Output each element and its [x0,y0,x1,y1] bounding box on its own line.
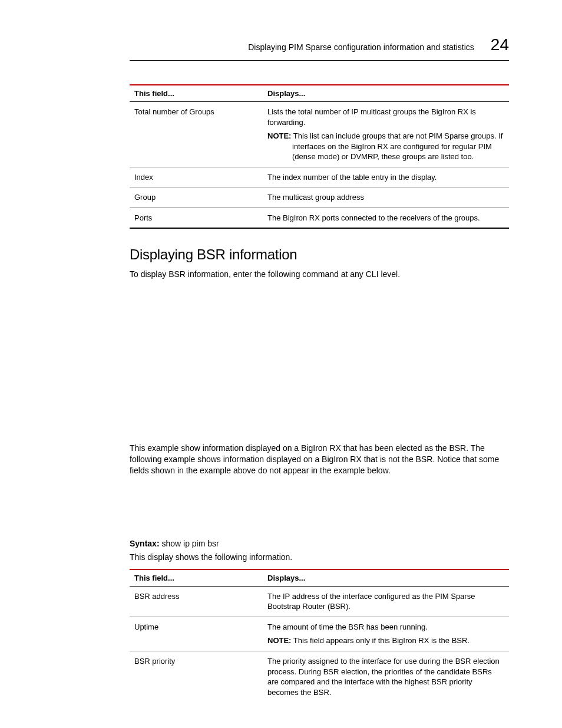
note-block: NOTE: This field appears only if this Bi… [267,635,504,646]
chapter-number: 24 [491,35,509,54]
desc-text: The amount of time the BSR has been runn… [267,622,428,631]
field-name: Uptime [130,617,263,651]
field-name: Index [130,167,263,187]
table2-head-col1: This field... [130,569,263,587]
syntax-command: show ip pim bsr [161,539,219,548]
section-heading: Displaying BSR information [130,246,509,263]
syntax-label: Syntax: [130,539,160,548]
syntax-line: Syntax: show ip pim bsr [130,539,509,548]
field-desc: The priority assigned to the interface f… [263,651,509,703]
note-text: This field appears only if this BigIron … [293,636,470,645]
table2-head-col2: Displays... [263,569,509,587]
field-desc: The amount of time the BSR has been runn… [263,617,509,651]
field-name: BSR address [130,586,263,617]
section-intro: To display BSR information, enter the fo… [130,269,509,280]
table-row: Total number of Groups Lists the total n… [130,102,509,167]
fields-table-1: This field... Displays... Total number o… [130,84,509,229]
example-placeholder-2 [130,482,509,535]
field-name: BSR priority [130,651,263,703]
section-midtext: This example show information displayed … [130,443,509,476]
table-row: Group The multicast group address [130,187,509,208]
page: Displaying PIM Sparse configuration info… [0,0,562,728]
field-name: Total number of Groups [130,102,263,167]
table-row: BSR priority The priority assigned to th… [130,651,509,703]
example-placeholder-1 [130,286,509,439]
fields-table-2: This field... Displays... BSR address Th… [130,569,509,702]
field-desc: The IP address of the interface configur… [263,586,509,617]
page-header: Displaying PIM Sparse configuration info… [130,35,509,54]
note-label: NOTE: [267,636,291,645]
note-text: This list can include groups that are no… [292,131,503,161]
table1-head-col2: Displays... [263,85,509,102]
post-syntax-text: This display shows the following informa… [130,552,509,563]
note-label: NOTE: [267,131,291,140]
table-row: BSR address The IP address of the interf… [130,586,509,617]
field-name: Ports [130,207,263,228]
table1-head-col1: This field... [130,85,263,102]
table-row: Index The index number of the table entr… [130,167,509,187]
note-block: NOTE: This list can include groups that … [267,131,504,162]
table-row: Uptime The amount of time the BSR has be… [130,617,509,651]
field-desc: The multicast group address [263,187,509,208]
field-desc: The index number of the table entry in t… [263,167,509,187]
table-row: Ports The BigIron RX ports connected to … [130,207,509,228]
field-name: Group [130,187,263,208]
field-desc: The BigIron RX ports connected to the re… [263,207,509,228]
running-title: Displaying PIM Sparse configuration info… [248,42,474,52]
desc-text: Lists the total number of IP multicast g… [267,107,476,127]
header-divider [130,60,509,61]
field-desc: Lists the total number of IP multicast g… [263,102,509,167]
